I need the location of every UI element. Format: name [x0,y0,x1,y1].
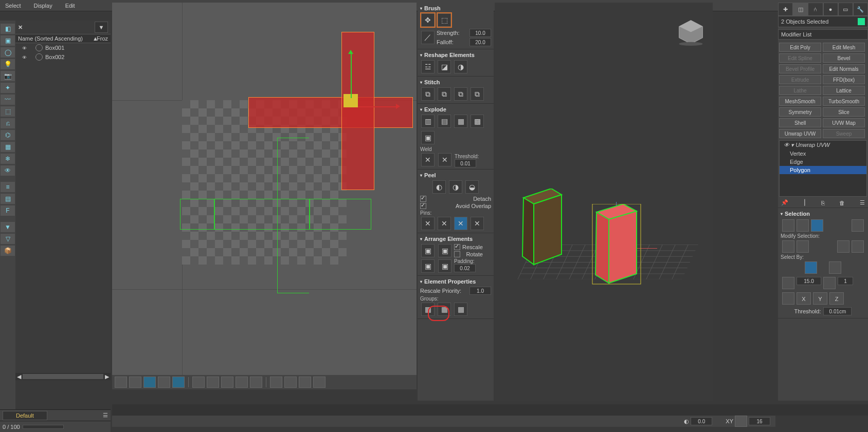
remove-mod-icon[interactable]: 🗑 [839,200,845,206]
rescale-priority-spinner[interactable]: 1.0 [469,287,491,295]
freeze-icon[interactable] [35,53,43,61]
flatten4-icon[interactable]: ▩ [471,115,484,128]
grid-spinner[interactable]: 16 [749,417,770,425]
icon-display-container[interactable]: ▦ [1,142,15,152]
rollout-header[interactable]: Reshape Elements [420,51,491,59]
flatten5-icon[interactable]: ▣ [421,131,435,144]
weld-icon[interactable]: ✕ [421,153,435,166]
straighten-icon[interactable] [313,377,326,388]
options2-icon[interactable] [250,377,262,388]
straighten-icon[interactable]: ☳ [421,60,435,73]
subobj-vertex-icon[interactable] [782,219,794,232]
icon-display-helpers[interactable]: ✦ [1,83,15,93]
detach-checkbox[interactable] [420,196,426,202]
axis-label[interactable]: XY [726,418,733,424]
menu-display[interactable]: Display [34,3,52,9]
loop-icon[interactable] [852,240,864,253]
peel2-icon[interactable]: ◑ [449,180,462,194]
pin1-icon[interactable]: ✕ [421,217,435,230]
icon-display-frozen[interactable]: ❄ [1,154,15,164]
weld2-icon[interactable]: ✕ [438,153,451,166]
matid-icon[interactable] [823,277,836,289]
menu-select[interactable]: Select [5,3,21,9]
list-item[interactable]: Box001 [15,43,111,52]
icon-display-xrefs[interactable]: ⎌ [1,118,15,128]
paint-move-icon[interactable]: ✥ [421,13,435,27]
column-name[interactable]: Name (Sorted Ascending) [18,35,93,42]
modifier-button[interactable]: Slice [823,107,865,117]
stack-subobject[interactable]: Polygon [780,166,866,174]
icon-display-all[interactable]: ◧ [1,24,15,34]
modifier-button[interactable]: Symmetry [779,107,821,117]
modifier-button[interactable]: Shell [779,118,821,127]
filter-icon[interactable]: ▼ [95,22,108,33]
modifier-button[interactable]: Edit Spline [779,53,821,63]
icon-display-space[interactable]: 〰 [1,95,15,105]
rollout-header[interactable]: Explode [420,105,491,114]
snap-icon[interactable] [192,377,205,388]
flatten-icon[interactable]: ▥ [421,115,435,128]
pin3-icon[interactable]: ✕ [454,217,467,230]
falloff-spinner[interactable]: 20.0 [469,38,491,46]
threshold-spinner[interactable]: 0.01cm [823,307,852,315]
modifier-button[interactable]: Sweep [823,129,865,138]
icon-display-shapes[interactable]: ◯ [1,47,15,58]
planar-angle-spinner[interactable]: 15.0 [797,277,821,285]
icon-filter-2[interactable]: ▽ [1,234,15,244]
show-end-icon[interactable]: ⎮ [803,199,806,206]
snap2-icon[interactable] [207,377,219,388]
icon-box[interactable]: 📦 [1,246,15,256]
pin-stack-icon[interactable]: 📌 [781,199,788,206]
rescale-checkbox[interactable] [454,244,460,250]
modifier-button[interactable]: Bevel [823,53,865,63]
modifier-button[interactable]: Bevel Profile [779,64,821,73]
default-layer-button[interactable]: Default [3,411,47,420]
timeline[interactable] [112,404,868,416]
rollout-header[interactable]: Brush [420,4,491,12]
select-by-element-icon[interactable] [805,261,817,274]
list-item[interactable]: Box002 [15,52,111,62]
freeze-icon[interactable] [35,44,43,51]
tab-display[interactable]: ▭ [838,3,853,16]
group1-icon[interactable]: ▦ [421,303,435,316]
close-icon[interactable]: ✕ [18,24,23,31]
layers-icon[interactable]: ☰ [103,412,108,419]
flatten2-icon[interactable]: ▤ [438,115,451,128]
uv-face-selected[interactable] [342,32,374,190]
icon-display-groups[interactable]: ⬚ [1,106,15,117]
x-button[interactable]: X [797,292,811,305]
planar-icon[interactable] [782,277,794,289]
scrollbar[interactable]: ◀▶ [15,373,111,380]
gizmo-x-axis[interactable] [358,106,396,107]
stitch2-icon[interactable]: ⧉ [438,87,451,101]
pack1-icon[interactable]: ▣ [421,244,435,257]
stitch1-icon[interactable]: ⧉ [421,87,435,101]
relax-icon[interactable] [299,377,311,388]
object-box002[interactable] [591,204,643,287]
icon-display-geom[interactable]: ▣ [1,35,15,46]
select-by-smg-icon[interactable] [829,261,841,274]
coord-icon[interactable]: ◐ [684,418,689,425]
uv-face-selected[interactable] [249,98,412,127]
strength-spinner[interactable]: 10.0 [469,29,491,37]
modifier-list-dropdown[interactable]: Modifier List [778,29,868,40]
tab-modify[interactable]: ◫ [793,3,808,16]
axis-icon[interactable] [782,292,794,305]
shrink-icon[interactable] [797,240,809,253]
modifier-button[interactable]: Unwrap UVW [779,129,821,138]
stack-subobject[interactable]: Edge [780,158,866,166]
matid-spinner[interactable]: 1 [838,277,853,285]
options-icon[interactable] [236,377,248,388]
rollout-header[interactable]: Element Properties [420,277,491,286]
modifier-button[interactable]: Extrude [779,75,821,84]
icon-display-bone[interactable]: ⌬ [1,130,15,140]
select-element-icon[interactable] [852,219,864,232]
configure-icon[interactable]: ☰ [860,199,865,206]
padding-spinner[interactable]: 0.02 [454,264,476,272]
group2-icon[interactable]: ▦ [438,303,451,316]
threshold-spinner[interactable]: 0.01 [455,159,476,167]
tab-motion[interactable]: ● [823,3,838,16]
modifier-button[interactable]: Lathe [779,86,821,95]
ring-icon[interactable] [837,240,849,253]
subobj-face-icon[interactable] [811,219,823,232]
